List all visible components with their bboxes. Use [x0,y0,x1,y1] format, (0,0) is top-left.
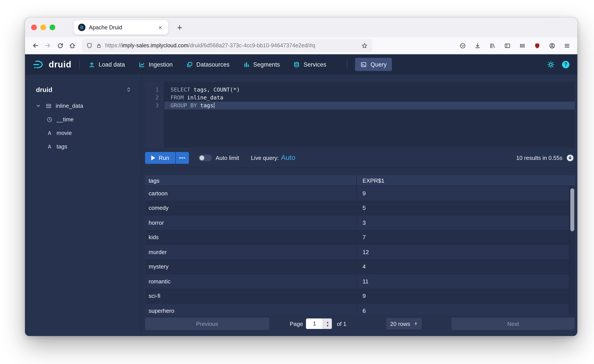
cell-count[interactable]: 11 [357,274,575,288]
run-bar: Run ••• Auto limit Live query: Auto 10 r… [145,148,575,168]
toolbar-right-icons [456,40,573,52]
sidebar-toggle-icon[interactable] [501,40,513,52]
back-icon[interactable] [29,40,42,52]
sort-toggle-icon[interactable] [126,86,132,92]
cell-count[interactable]: 5 [357,201,575,215]
results-header-row: tags EXPR$1 [145,175,575,186]
help-icon[interactable]: ? [562,61,569,68]
nav-datasources[interactable]: Datasources [185,58,231,71]
table-row: superhero 6 [145,304,575,315]
reload-icon[interactable] [54,40,66,52]
minimize-window-button[interactable] [40,25,46,30]
nav-segments[interactable]: Segments [242,58,281,71]
cell-count[interactable]: 6 [357,304,575,315]
fullscreen-window-button[interactable] [49,25,55,30]
tree-column-movie[interactable]: A movie [25,126,141,140]
cell-count[interactable]: 3 [357,216,575,230]
run-more-button[interactable]: ••• [176,152,189,164]
cell-tags[interactable]: murder [145,245,357,259]
chevron-down-icon[interactable] [35,103,42,108]
column-header-tags[interactable]: tags [145,175,357,186]
schema-header: druid [25,83,141,95]
cell-count[interactable]: 9 [357,186,575,200]
code-line-3: GROUP BY tags [170,102,575,110]
cell-tags[interactable]: cartoon [145,186,357,200]
stepper-up-icon[interactable]: ▲ [326,320,329,324]
download-results-icon[interactable] [566,154,574,161]
sql-editor[interactable]: 1 2 3 SELECT tags, COUNT(*) FROM inline_… [145,82,575,148]
cell-tags[interactable]: sci-fi [145,289,357,303]
nav-services[interactable]: Services [293,58,327,71]
tab-close-icon[interactable]: × [156,23,164,32]
column-name: tags [57,143,67,150]
cell-count[interactable]: 9 [357,289,575,303]
cell-count[interactable]: 4 [357,259,575,274]
nav-load-data[interactable]: Load data [88,58,126,71]
run-button[interactable]: Run [145,152,175,164]
pocket-icon[interactable] [456,40,469,52]
ublock-shield-icon[interactable] [531,40,543,52]
profile-icon[interactable] [546,40,558,52]
new-tab-button[interactable]: + [177,23,182,32]
page-stepper[interactable]: ▲▼ [323,318,332,329]
tracking-shield-icon[interactable] [86,42,93,49]
table-row: kids 7 [145,230,575,245]
rows-per-page-select[interactable]: 20 rows ▲▼ [386,318,421,329]
page-number-input[interactable] [306,318,323,329]
cell-count[interactable]: 12 [357,245,575,259]
url-bar[interactable]: https://imply-sales.implycloud.com/druid… [82,39,372,52]
editor-code-area[interactable]: SELECT tags, COUNT(*) FROM inline_data G… [164,82,575,148]
header-divider [347,60,347,69]
nav-label: Ingestion [148,61,173,68]
app-body: druid inline_data [25,74,577,336]
cell-tags[interactable]: comedy [145,201,357,215]
stepper-down-icon[interactable]: ▼ [326,324,329,327]
table-row: mystery 4 [145,259,575,274]
druid-logo[interactable]: druid [33,59,71,69]
cell-tags[interactable]: superhero [145,304,357,315]
cell-count[interactable]: 7 [357,230,575,245]
nav-query-selected[interactable]: Query [355,58,392,71]
close-window-button[interactable] [31,25,37,30]
datasources-icon [186,61,193,68]
section-divider [142,168,577,168]
live-query-value-link[interactable]: Auto [281,154,296,162]
query-icon [360,61,367,68]
cell-tags[interactable]: kids [145,230,357,245]
text-cursor [214,102,215,108]
editor-gutter: 1 2 3 [145,82,164,148]
library-icon[interactable] [486,40,499,52]
downloads-icon[interactable] [471,40,484,52]
settings-gear-icon[interactable] [547,60,555,69]
nav-label: Segments [253,61,280,68]
browser-tab[interactable]: Apache Druid × [74,20,168,35]
lock-icon[interactable] [96,43,102,48]
page-total-label: of 1 [337,320,346,327]
home-icon[interactable] [66,40,79,52]
cell-tags[interactable]: romantic [145,274,357,288]
cell-tags[interactable]: mystery [145,259,357,274]
menu-hamburger-icon[interactable] [561,40,573,52]
table-scrollbar[interactable] [569,186,575,315]
bookmark-star-icon[interactable] [361,42,368,49]
forward-icon[interactable] [42,40,54,52]
table-icon [45,103,52,109]
column-header-expr[interactable]: EXPR$1 [357,175,575,186]
string-type-icon: A [46,130,53,136]
pagination-bar: Previous Page ▲▼ of 1 20 rows ▲▼ Next [145,318,575,330]
cell-tags[interactable]: horror [145,216,357,230]
app-header: druid Load data Ingestion Datasources [25,54,577,74]
next-page-button[interactable]: Next [452,318,575,330]
auto-limit-toggle[interactable] [199,154,212,161]
schema-tree: inline_data __time A movie [25,99,141,153]
schema-sidebar: druid inline_data [25,74,142,336]
scrollbar-thumb[interactable] [570,188,574,231]
previous-page-button[interactable]: Previous [145,318,269,330]
tree-datasource-inline-data[interactable]: inline_data [25,99,141,113]
tree-column-time[interactable]: __time [25,113,141,126]
tab-bars-icon[interactable] [516,40,528,52]
results-info: 10 results in 0.55s [516,154,575,161]
tree-column-tags[interactable]: A tags [25,140,141,153]
nav-ingestion[interactable]: Ingestion [138,58,174,71]
schema-name: druid [36,86,52,93]
